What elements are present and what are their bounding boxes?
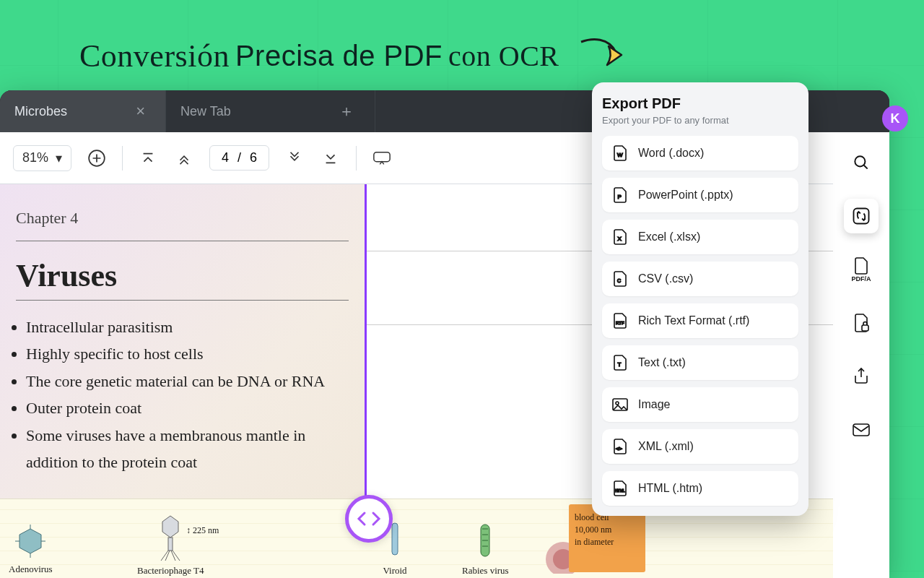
svg-text:T: T — [618, 361, 622, 368]
page-current: 4 — [222, 150, 229, 165]
compare-slider-handle[interactable] — [345, 495, 393, 543]
option-label: HTML (.htm) — [638, 482, 702, 495]
chapter-label: Chapter 4 — [16, 209, 349, 228]
page-total: 6 — [250, 150, 257, 165]
svg-text:P: P — [618, 194, 622, 200]
share-button[interactable] — [844, 359, 879, 394]
promo-headline: Conversión Precisa de PDF con OCR — [79, 36, 626, 76]
arrow-icon — [578, 36, 626, 76]
export-option-xml[interactable]: </>XML (.xml) — [602, 429, 798, 464]
option-label: Excel (.xlsx) — [638, 230, 700, 243]
image-icon — [612, 397, 628, 413]
export-option-csv[interactable]: CCSV (.csv) — [602, 262, 798, 296]
text-icon: T — [612, 355, 628, 371]
label-adeno: Adenovirus — [9, 564, 53, 575]
label-t4-size: 225 nm — [193, 525, 219, 535]
convert-button[interactable] — [844, 199, 879, 233]
option-label: Word (.docx) — [638, 147, 704, 160]
first-page-button[interactable] — [137, 147, 159, 169]
avatar-initial: K — [891, 111, 900, 126]
option-label: Image — [638, 398, 670, 411]
export-subtitle: Export your PDF to any format — [602, 115, 798, 126]
excel-icon: X — [612, 229, 628, 245]
export-option-html[interactable]: HTMLHTML (.htm) — [602, 471, 798, 506]
svg-point-2 — [855, 156, 865, 166]
svg-rect-4 — [862, 325, 868, 331]
zoom-select[interactable]: 81% ▾ — [13, 145, 71, 171]
option-label: PowerPoint (.pptx) — [638, 189, 733, 202]
label-t4: Bacteriophage T4 — [137, 565, 204, 577]
bullet-list: Intracellular parasitism Highly specific… — [26, 314, 349, 475]
bullet: The core genetic material can be DNA or … — [26, 368, 349, 394]
plus-icon[interactable]: ＋ — [339, 100, 354, 122]
option-label: Text (.txt) — [638, 356, 686, 369]
label-rabies: Rabies virus — [462, 565, 509, 577]
heading-viruses: Viruses — [16, 257, 349, 294]
tab-label: New Tab — [180, 104, 231, 119]
svg-text:X: X — [618, 236, 622, 242]
label-viroid: Viroid — [383, 565, 407, 577]
svg-rect-1 — [374, 152, 390, 161]
svg-rect-17 — [392, 523, 398, 555]
bullet: Intracellular parasitism — [26, 314, 349, 340]
svg-marker-11 — [162, 516, 178, 538]
chevron-down-icon: ▾ — [56, 150, 62, 166]
search-button[interactable] — [844, 145, 879, 180]
svg-text:HTML: HTML — [615, 488, 625, 493]
option-label: XML (.xml) — [638, 440, 694, 453]
tab-label: Microbes — [14, 104, 67, 119]
svg-point-32 — [616, 402, 619, 405]
export-option-word[interactable]: WWord (.docx) — [602, 136, 798, 171]
headline-part3: con OCR — [448, 39, 559, 73]
xml-icon: </> — [612, 439, 628, 454]
secure-button[interactable] — [844, 306, 879, 340]
tab-new[interactable]: New Tab ＋ — [166, 90, 375, 132]
tab-microbes[interactable]: Microbes × — [0, 90, 166, 132]
presentation-button[interactable] — [371, 147, 393, 169]
post-line3: in diameter — [575, 536, 640, 548]
svg-text:</>: </> — [616, 447, 622, 451]
post-line2: 10,000 nm — [575, 524, 640, 536]
powerpoint-icon: P — [612, 187, 628, 203]
export-option-image[interactable]: Image — [602, 387, 798, 422]
bullet: Highly specific to host cells — [26, 340, 349, 367]
svg-marker-6 — [19, 529, 41, 553]
bullet: Outer protein coat — [26, 394, 349, 421]
html-icon: HTML — [612, 480, 628, 496]
export-title: Export PDF — [602, 95, 798, 112]
close-icon[interactable]: × — [136, 102, 145, 121]
pdfa-button[interactable]: PDF/A — [844, 252, 879, 287]
export-option-txt[interactable]: TText (.txt) — [602, 345, 798, 380]
svg-text:RTF: RTF — [616, 321, 624, 325]
headline-part2: Precisa de PDF — [235, 40, 443, 72]
svg-rect-12 — [168, 538, 173, 551]
page-indicator[interactable]: 4 / 6 — [209, 145, 269, 171]
avatar[interactable]: K — [882, 105, 908, 131]
side-rail: PDF/A — [833, 132, 889, 578]
export-option-ppt[interactable]: PPowerPoint (.pptx) — [602, 178, 798, 212]
word-icon: W — [612, 145, 628, 161]
svg-text:C: C — [617, 278, 621, 283]
svg-rect-3 — [854, 209, 869, 224]
page-sep: / — [237, 150, 241, 165]
mail-button[interactable] — [844, 413, 879, 447]
svg-rect-5 — [853, 424, 869, 436]
pdfa-label: PDF/A — [852, 275, 871, 282]
export-option-rtf[interactable]: RTFRich Text Format (.rtf) — [602, 303, 798, 338]
bullet: Some viruses have a membranous mantle in… — [26, 422, 349, 476]
option-label: Rich Text Format (.rtf) — [638, 314, 749, 327]
option-label: CSV (.csv) — [638, 272, 693, 285]
zoom-value: 81% — [22, 150, 48, 165]
last-page-button[interactable] — [320, 147, 341, 169]
zoom-in-button[interactable] — [86, 147, 108, 169]
headline-part1: Conversión — [79, 38, 230, 74]
export-option-excel[interactable]: XExcel (.xlsx) — [602, 220, 798, 254]
prev-page-button[interactable] — [173, 147, 195, 169]
rtf-icon: RTF — [612, 313, 628, 329]
csv-icon: C — [612, 271, 628, 287]
svg-text:W: W — [617, 152, 623, 158]
next-page-button[interactable] — [284, 147, 305, 169]
export-popover: Export PDF Export your PDF to any format… — [592, 82, 808, 516]
